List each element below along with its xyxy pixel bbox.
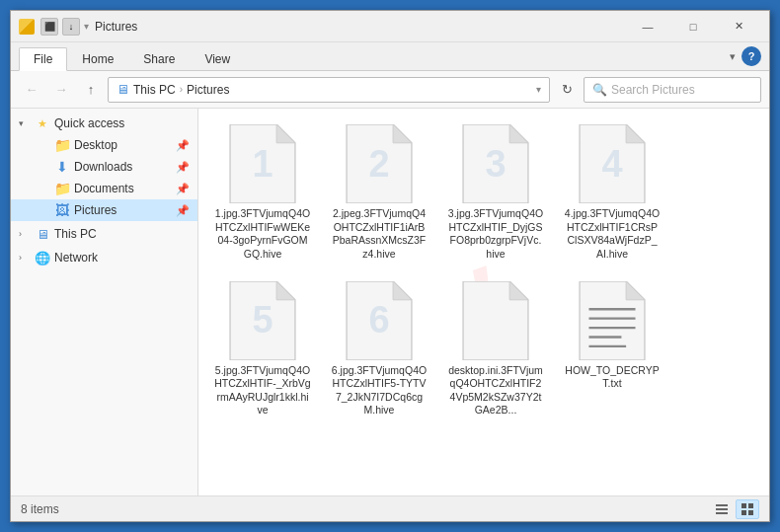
- ribbon-tabs: File Home Share View ▾ ?: [11, 42, 769, 70]
- toggle-network: ›: [19, 253, 31, 263]
- sidebar-item-this-pc[interactable]: › 🖥 This PC: [11, 223, 197, 245]
- list-item[interactable]: 1 1.jpg.3FTVjumqQ4OHTCZxlHTIFwWEKe04-3go…: [208, 118, 317, 267]
- up-btn[interactable]: ↑: [78, 77, 104, 103]
- svg-marker-5: [509, 124, 528, 143]
- breadcrumb-pictures[interactable]: Pictures: [187, 83, 229, 97]
- main-area: ▾ ★ Quick access 📁 Desktop 📌 ⬇ Downloads…: [11, 109, 769, 495]
- quick-access-star-icon: ★: [35, 115, 50, 131]
- desktop-folder-icon: 📁: [54, 137, 70, 153]
- toggle-this-pc: ›: [19, 229, 31, 239]
- file-area: ! 1 1.jpg.3FTVjumqQ4OHTCZxlHTIFwWEKe04-3…: [198, 109, 769, 495]
- pin-downloads-icon: 📌: [176, 161, 190, 174]
- tab-share[interactable]: Share: [128, 47, 190, 70]
- list-item[interactable]: desktop.ini.3FTVjumqQ4OHTCZxlHTIF24Vp5M2…: [441, 275, 550, 424]
- file-icon: 3: [461, 124, 530, 203]
- breadcrumb: This PC › Pictures: [133, 83, 229, 97]
- pc-icon: 🖥: [117, 82, 129, 97]
- file-name: HOW_TO_DECRYPT.txt: [564, 364, 661, 391]
- tab-file[interactable]: File: [19, 47, 67, 71]
- this-pc-icon: 🖥: [35, 226, 50, 242]
- grid-view-btn[interactable]: [736, 499, 759, 519]
- file-icon: 5: [228, 281, 297, 360]
- svg-marker-7: [626, 124, 645, 143]
- network-icon: 🌐: [35, 250, 50, 266]
- forward-btn[interactable]: →: [48, 77, 74, 103]
- sidebar-item-pictures[interactable]: 🖼 Pictures 📌: [11, 199, 197, 221]
- svg-marker-15: [626, 281, 645, 300]
- sidebar-item-downloads[interactable]: ⬇ Downloads 📌: [11, 156, 197, 178]
- tab-home[interactable]: Home: [67, 47, 128, 70]
- svg-rect-25: [748, 503, 753, 508]
- sidebar-downloads-label: Downloads: [74, 160, 132, 174]
- ribbon-collapse-btn[interactable]: ▾: [730, 50, 736, 63]
- svg-rect-22: [716, 508, 728, 510]
- address-dropdown-btn[interactable]: ▾: [536, 84, 541, 95]
- qat-properties-btn[interactable]: ⬛: [40, 18, 58, 36]
- svg-rect-21: [716, 504, 728, 506]
- svg-rect-24: [741, 503, 746, 508]
- list-item[interactable]: 2 2.jpeg.3FTVjumqQ4OHTCZxlHTIF1iArBPbaRA…: [325, 118, 433, 267]
- sidebar-item-network[interactable]: › 🌐 Network: [11, 247, 197, 268]
- sidebar-item-documents[interactable]: 📁 Documents 📌: [11, 178, 197, 199]
- file-name: 2.jpeg.3FTVjumqQ4OHTCZxlHTIF1iArBPbaRAss…: [331, 207, 428, 262]
- explorer-window: ⬛ ↓ ▾ Pictures — □ ✕ File Home Share Vie…: [10, 10, 770, 522]
- svg-marker-3: [393, 124, 412, 143]
- refresh-btn[interactable]: ↻: [554, 77, 580, 103]
- sidebar-desktop-label: Desktop: [74, 138, 117, 152]
- this-pc-section: › 🖥 This PC: [11, 223, 197, 245]
- quick-access-label: Quick access: [54, 116, 124, 130]
- tab-view[interactable]: View: [190, 47, 245, 70]
- item-count: 8 items: [21, 502, 59, 516]
- sidebar-item-quick-access[interactable]: ▾ ★ Quick access: [11, 113, 197, 134]
- view-toggle-group: [710, 499, 759, 519]
- window-controls: — □ ✕: [625, 11, 761, 42]
- breadcrumb-this-pc[interactable]: This PC: [133, 83, 176, 97]
- qat-dropdown-btn[interactable]: ▾: [84, 21, 89, 32]
- sidebar-pictures-label: Pictures: [74, 203, 117, 217]
- window-title: Pictures: [95, 20, 625, 34]
- search-box[interactable]: 🔍 Search Pictures: [584, 77, 761, 103]
- list-item[interactable]: HOW_TO_DECRYPT.txt: [558, 275, 666, 424]
- quick-access-section: ▾ ★ Quick access 📁 Desktop 📌 ⬇ Downloads…: [11, 113, 197, 221]
- file-name: 3.jpg.3FTVjumqQ4OHTCZxlHTIF_DyjGSFO8prb0…: [447, 207, 544, 262]
- sidebar-item-desktop[interactable]: 📁 Desktop 📌: [11, 134, 197, 156]
- maximize-btn[interactable]: □: [670, 11, 716, 42]
- quick-access-toolbar: ⬛ ↓ ▾: [40, 18, 89, 36]
- list-item[interactable]: 4 4.jpg.3FTVjumqQ4OHTCZxlHTIF1CRsPClSXV8…: [558, 118, 666, 267]
- address-box[interactable]: 🖥 This PC › Pictures ▾: [108, 77, 550, 103]
- pin-desktop-icon: 📌: [176, 139, 190, 152]
- list-item[interactable]: 5 5.jpg.3FTVjumqQ4OHTCZxlHTIF-_XrbVgrmAA…: [208, 275, 317, 424]
- file-icon: [461, 281, 530, 360]
- list-item[interactable]: 6 6.jpg.3FTVjumqQ4OHTCZxlHTIF5-TYTV7_2Jk…: [325, 275, 433, 424]
- file-name: 5.jpg.3FTVjumqQ4OHTCZxlHTIF-_XrbVgrmAAyR…: [214, 364, 311, 418]
- sidebar-network-label: Network: [54, 251, 98, 265]
- pin-pictures-icon: 📌: [176, 204, 190, 217]
- address-bar-area: ← → ↑ 🖥 This PC › Pictures ▾ ↻ 🔍 Search …: [11, 71, 769, 109]
- back-btn[interactable]: ←: [19, 77, 44, 103]
- list-item[interactable]: 3 3.jpg.3FTVjumqQ4OHTCZxlHTIF_DyjGSFO8pr…: [441, 118, 550, 267]
- file-icon: 1: [228, 124, 297, 203]
- downloads-folder-icon: ⬇: [54, 159, 70, 175]
- svg-marker-9: [276, 281, 295, 300]
- close-btn[interactable]: ✕: [716, 11, 761, 42]
- file-icon: 4: [578, 124, 647, 203]
- sidebar-this-pc-label: This PC: [54, 227, 97, 241]
- sidebar: ▾ ★ Quick access 📁 Desktop 📌 ⬇ Downloads…: [11, 109, 198, 495]
- title-bar: ⬛ ↓ ▾ Pictures — □ ✕: [11, 11, 769, 42]
- help-btn[interactable]: ?: [741, 46, 761, 66]
- network-section: › 🌐 Network: [11, 247, 197, 268]
- svg-rect-26: [741, 510, 746, 515]
- pictures-folder-icon: 🖼: [54, 202, 70, 218]
- breadcrumb-chevron-1: ›: [180, 84, 183, 95]
- pin-documents-icon: 📌: [176, 183, 190, 195]
- qat-newFolder-btn[interactable]: ↓: [62, 18, 80, 36]
- minimize-btn[interactable]: —: [625, 11, 670, 42]
- toggle-quick-access: ▾: [19, 118, 31, 128]
- file-icon: 2: [345, 124, 414, 203]
- list-view-btn[interactable]: [710, 499, 734, 519]
- file-name: 4.jpg.3FTVjumqQ4OHTCZxlHTIF1CRsPClSXV84a…: [564, 207, 661, 262]
- file-name: 6.jpg.3FTVjumqQ4OHTCZxlHTIF5-TYTV7_2JkN7…: [331, 364, 428, 418]
- status-bar: 8 items: [11, 495, 769, 521]
- search-icon: 🔍: [592, 83, 607, 97]
- svg-rect-23: [716, 512, 728, 514]
